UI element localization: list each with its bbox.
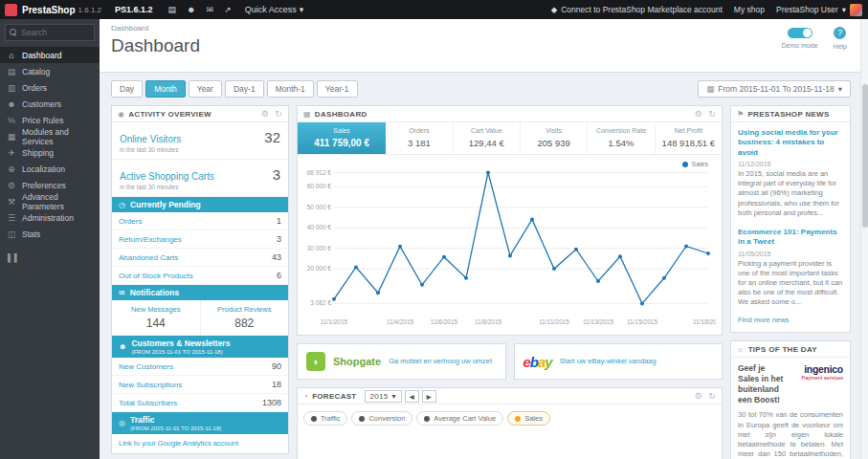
sidebar-item-label: Shipping bbox=[22, 148, 54, 158]
sidebar-item-label: Dashboard bbox=[22, 51, 62, 60]
range-month-button[interactable]: Month bbox=[145, 80, 186, 98]
ebay-promo[interactable]: ebay Start uw eBay-winkel vandaag bbox=[514, 343, 723, 380]
breadcrumb[interactable]: Dashboard bbox=[100, 19, 860, 33]
help-icon[interactable]: ? bbox=[834, 27, 846, 39]
page-scrollbar[interactable] bbox=[860, 19, 868, 459]
total-subscribers-link[interactable]: Total Subscribers bbox=[119, 399, 177, 407]
shopgate-promo[interactable]: ◗ Shopgate Ga mobiel en verhoog uw omzet bbox=[297, 343, 506, 380]
refresh-icon[interactable]: ↻ bbox=[708, 109, 716, 119]
sidebar-item-price-rules[interactable]: % Price Rules bbox=[0, 112, 100, 128]
active-carts-metric: Active Shopping Carts 3 in the last 30 m… bbox=[112, 160, 288, 197]
ebay-link[interactable]: Start uw eBay-winkel vandaag bbox=[560, 357, 657, 365]
advanced-parameters-icon: ⚒ bbox=[7, 197, 16, 207]
abandoned-carts-link[interactable]: Abandoned Carts bbox=[119, 253, 178, 262]
forecast-legend-sales[interactable]: Sales bbox=[507, 411, 550, 426]
scrollbar-thumb[interactable] bbox=[862, 84, 868, 228]
gear-icon[interactable]: ⚙ bbox=[695, 391, 702, 401]
kpi-conversion-rate[interactable]: Conversion Rate 1.54% bbox=[588, 122, 655, 154]
sidebar-item-localization[interactable]: ⊕ Localization bbox=[0, 161, 100, 177]
sidebar-item-label: Modules and Services bbox=[22, 127, 93, 146]
find-more-news-link[interactable]: Find more news bbox=[731, 311, 850, 332]
profile-icon[interactable]: ☻ bbox=[187, 5, 195, 14]
price-rules-icon: % bbox=[7, 116, 16, 125]
ebay-letter: e bbox=[523, 354, 530, 370]
catalog-icon: ▤ bbox=[7, 67, 16, 76]
shopgate-brand: Shopgate bbox=[333, 356, 381, 367]
legend-label: Traffic bbox=[321, 414, 340, 423]
news-item: Using social media for your business: 4 … bbox=[731, 122, 850, 222]
svg-text:40 000 €: 40 000 € bbox=[307, 224, 332, 230]
sidebar-item-orders[interactable]: ▥ Orders bbox=[0, 79, 100, 96]
out-of-stock-link[interactable]: Out of Stock Products bbox=[119, 272, 193, 280]
cart-icon[interactable]: ▤ bbox=[168, 5, 177, 14]
forecast-legend-traffic[interactable]: Traffic bbox=[303, 411, 347, 426]
gear-icon[interactable]: ⚙ bbox=[261, 109, 269, 119]
kpi-sales[interactable]: Sales 411 759,00 € bbox=[298, 122, 386, 154]
forecast-year-select[interactable]: 2015 ▾ bbox=[365, 390, 402, 403]
news-item-title-link[interactable]: Using social media for your business: 4 … bbox=[738, 128, 843, 158]
prestashop-logo[interactable] bbox=[5, 4, 17, 16]
refresh-icon[interactable]: ↻ bbox=[275, 109, 282, 119]
kpi-orders[interactable]: Orders 3 181 bbox=[386, 122, 453, 154]
range-year-1-button[interactable]: Year-1 bbox=[317, 80, 358, 98]
quick-access-menu[interactable]: Quick Access ▾ bbox=[245, 5, 304, 14]
news-item-title-link[interactable]: Ecommerce 101: Payments in a Tweet bbox=[738, 228, 843, 248]
refresh-icon[interactable]: ↻ bbox=[708, 391, 716, 401]
sidebar-item-dashboard[interactable]: ⌂ Dashboard bbox=[0, 47, 100, 63]
new-customers-link[interactable]: New Customers bbox=[119, 362, 173, 371]
localization-icon: ⊕ bbox=[7, 164, 16, 174]
product-reviews-cell[interactable]: Product Reviews 882 bbox=[200, 300, 289, 335]
page-head: Dashboard Dashboard Demo mode ? Help bbox=[100, 19, 860, 73]
forecast-next-button[interactable]: ▶ bbox=[422, 390, 436, 403]
sidebar-item-preferences[interactable]: ⚙ Preferences bbox=[0, 177, 100, 193]
range-year-button[interactable]: Year bbox=[189, 80, 222, 98]
marketplace-link[interactable]: ◆ Connect to PrestaShop Marketplace acco… bbox=[551, 5, 723, 14]
shopgate-link[interactable]: Ga mobiel en verhoog uw omzet bbox=[389, 357, 492, 365]
stats-icon: ◫ bbox=[7, 230, 16, 239]
sidebar-item-advanced-parameters[interactable]: ⚒ Advanced Parameters bbox=[0, 193, 100, 209]
support-icon[interactable]: ↗ bbox=[224, 5, 232, 14]
legend-dot-icon bbox=[311, 416, 317, 422]
ebay-letter: b bbox=[530, 354, 538, 370]
sidebar-collapse-icon[interactable]: ▌▌ bbox=[0, 253, 100, 262]
new-subscriptions-link[interactable]: New Subscriptions bbox=[119, 381, 182, 389]
sidebar-item-customers[interactable]: ☻ Customers bbox=[0, 96, 100, 112]
my-shop-link[interactable]: My shop bbox=[734, 5, 765, 14]
sidebar-item-shipping[interactable]: ✈ Shipping bbox=[0, 144, 100, 161]
legend-label: Sales bbox=[691, 161, 708, 167]
forecast-prev-button[interactable]: ◀ bbox=[405, 390, 419, 403]
sidebar-item-administration[interactable]: ☰ Administration bbox=[0, 209, 100, 226]
sidebar-item-catalog[interactable]: ▤ Catalog bbox=[0, 63, 100, 79]
sidebar-search[interactable] bbox=[5, 24, 95, 41]
user-menu[interactable]: PrestaShop User ▾ bbox=[776, 4, 862, 16]
svg-text:66 912 €: 66 912 € bbox=[307, 169, 332, 176]
gear-icon[interactable]: ⚙ bbox=[695, 109, 702, 119]
kpi-visits[interactable]: Visits 205 939 bbox=[521, 122, 588, 154]
news-item-date: 11/05/2015 bbox=[738, 251, 843, 257]
new-messages-cell[interactable]: New Messages 144 bbox=[112, 300, 200, 335]
google-analytics-link[interactable]: Link to your Google Analytics account bbox=[112, 434, 288, 453]
shop-name[interactable]: PS1.6.1.2 bbox=[115, 5, 153, 14]
brand-name: PrestaShop bbox=[22, 5, 76, 15]
forecast-legend-conversion[interactable]: Conversion bbox=[351, 411, 412, 426]
range-day-button[interactable]: Day bbox=[111, 80, 143, 98]
kpi-cart-value[interactable]: Cart Value 129,44 € bbox=[454, 122, 521, 154]
activity-overview-panel: ◉ ACTIVITY OVERVIEW ⚙ ↻ Online Visitors … bbox=[111, 105, 289, 454]
mail-icon[interactable]: ✉ bbox=[207, 5, 214, 14]
demo-mode-toggle[interactable] bbox=[788, 28, 812, 38]
pending-returns-link[interactable]: Return/Exchanges bbox=[119, 235, 182, 244]
chart-legend[interactable]: Sales bbox=[682, 161, 708, 167]
search-input[interactable] bbox=[21, 28, 90, 37]
pending-orders-link[interactable]: Orders bbox=[119, 217, 142, 226]
sidebar-item-modules[interactable]: ▦ Modules and Services bbox=[0, 128, 100, 144]
active-carts-link[interactable]: Active Shopping Carts bbox=[120, 171, 214, 182]
online-visitors-link[interactable]: Online Visitors bbox=[120, 134, 181, 144]
sidebar-item-stats[interactable]: ◫ Stats bbox=[0, 226, 100, 242]
news-item-date: 11/12/2015 bbox=[738, 161, 843, 167]
forecast-legend-average-cart-value[interactable]: Average Cart Value bbox=[416, 411, 503, 426]
range-day-1-button[interactable]: Day-1 bbox=[225, 80, 264, 98]
kpi-net-profit[interactable]: Net Profit 148 918,51 € bbox=[656, 122, 722, 154]
range-month-1-button[interactable]: Month-1 bbox=[267, 80, 314, 98]
date-range-picker[interactable]: ▦ From 2015-11-01 To 2015-11-18 ▾ bbox=[698, 80, 851, 98]
customers-icon: ☻ bbox=[119, 342, 126, 351]
